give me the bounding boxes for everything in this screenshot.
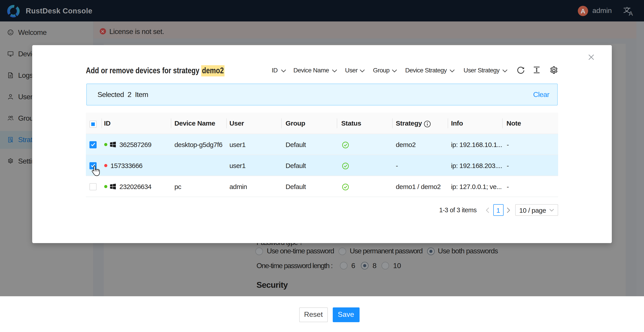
svg-text:A: A [629,10,633,17]
